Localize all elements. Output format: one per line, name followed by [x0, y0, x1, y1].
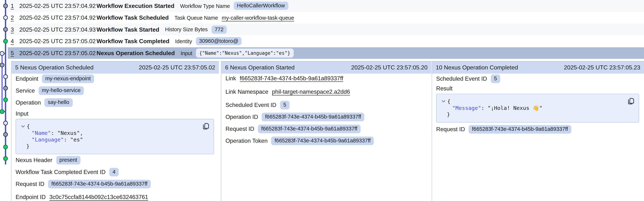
input-json-chip: {"Name":"Nexus","Language":"es"} — [196, 49, 294, 58]
panel-header: 5 Nexus Operation Scheduled 2025-02-25 U… — [12, 61, 219, 74]
panel-title: 10 Nexus Operation Completed — [436, 64, 518, 71]
event-status-dot-slate — [4, 132, 8, 136]
field-operation-id: Operation ID f665283f-743e-4374-b45b-9a6… — [226, 113, 426, 121]
panel-title: 5 Nexus Operation Scheduled — [15, 64, 94, 71]
panel-title: 6 Nexus Operation Started — [225, 64, 295, 71]
event-timestamp: 2025-02-25 UTC 23:57:05.02 — [19, 50, 96, 56]
event-group-detail: 5 Nexus Operation Scheduled 2025-02-25 U… — [11, 61, 644, 201]
panel-body: Endpoint my-nexus-endpoint Service my-he… — [12, 74, 219, 201]
summary-value-chip: 772 — [211, 25, 227, 34]
panel-timestamp: 2025-02-25 UTC 23:57:05.02 — [139, 64, 215, 71]
event-status-dot-slate — [4, 27, 8, 32]
event-name: Workflow Task Completed — [96, 38, 169, 45]
event-timestamp: 2025-02-25 UTC 23:57:05.02 — [19, 38, 96, 45]
event-summary: Task Queue Name my-caller-workflow-task-… — [174, 15, 294, 21]
chevron-down-icon[interactable] — [21, 125, 26, 128]
field-operation-token: Operation Token f665283f-743e-4374-b45b-… — [226, 136, 426, 145]
event-history-rows: 1 2025-02-25 UTC 23:57:04.92 Workflow Ex… — [8, 0, 644, 59]
endpoint-id-link[interactable]: 3c0c75ccfa8144b092c13ce632463761 — [49, 194, 148, 200]
json-brace: } — [442, 111, 634, 118]
field-link-namespace: Link Namespace phil-target-namespace2.a2… — [226, 88, 426, 95]
event-id-link[interactable]: 4 — [11, 38, 15, 45]
field-endpoint-id: Endpoint ID 3c0c75ccfa8144b092c13ce63246… — [16, 193, 214, 201]
summary-label: History Size Bytes — [165, 27, 208, 33]
json-key: "Name" — [32, 130, 51, 136]
summary-value-chip: 30960@totoro@ — [196, 37, 242, 45]
value-chip: f665283f-743e-4374-b45b-9a61a89337ff — [271, 136, 374, 145]
event-status-dot-green — [4, 156, 8, 161]
event-status-dot-light — [4, 121, 8, 125]
event-id-link[interactable]: 5 — [11, 50, 15, 56]
event-id-link[interactable]: 1 — [11, 3, 15, 9]
json-brace: { — [27, 123, 30, 130]
event-status-dot-slate — [4, 4, 8, 8]
json-key: "Language" — [32, 136, 64, 143]
workflow-history-view: 1 2025-02-25 UTC 23:57:04.92 Workflow Ex… — [0, 0, 644, 201]
event-timestamp: 2025-02-25 UTC 23:57:04.93 — [19, 26, 96, 33]
field-request-id: Request ID f665283f-743e-4374-b45b-9a61a… — [436, 125, 639, 134]
copy-icon[interactable] — [203, 123, 209, 129]
field-nexus-header: Nexus Header present — [16, 156, 214, 164]
event-row-3[interactable]: 3 2025-02-25 UTC 23:57:04.93 Workflow Ta… — [8, 24, 644, 35]
value-chip: my-nexus-endpoint — [42, 74, 94, 83]
event-row-1[interactable]: 1 2025-02-25 UTC 23:57:04.92 Workflow Ex… — [8, 0, 644, 12]
value-chip: f665283f-743e-4374-b45b-9a61a89337ff — [48, 180, 151, 188]
event-status-dot-green — [4, 98, 8, 102]
value-chip: 5 — [490, 74, 500, 83]
json-value: : "Nexus", — [51, 130, 83, 136]
chevron-down-icon[interactable] — [442, 100, 447, 103]
event-status-dot-light — [0, 52, 4, 56]
event-row-2[interactable]: 2 2025-02-25 UTC 23:57:04.92 Workflow Ta… — [8, 12, 644, 24]
value-chip: f665283f-743e-4374-b45b-9a61a89337ff — [262, 113, 364, 121]
summary-label: Input — [180, 50, 192, 56]
task-queue-link[interactable]: my-caller-workflow-task-queue — [222, 15, 294, 21]
event-id-link[interactable]: 2 — [11, 14, 15, 21]
event-row-4[interactable]: 4 2025-02-25 UTC 23:57:05.02 Workflow Ta… — [8, 36, 644, 47]
value-chip: say-hello — [44, 98, 72, 107]
value-chip: f665283f-743e-4374-b45b-9a61a89337ff — [258, 125, 361, 133]
namespace-link[interactable]: phil-target-namespace2.a2dd6 — [272, 88, 350, 95]
event-status-dot-light — [4, 75, 8, 79]
field-scheduled-event-id: Scheduled Event ID 5 — [226, 101, 426, 109]
copy-icon[interactable] — [628, 98, 634, 104]
event-name: Workflow Task Started — [96, 26, 159, 33]
event-id-link[interactable]: 3 — [11, 26, 15, 33]
event-name: Workflow Execution Started — [96, 3, 174, 9]
input-label: Input — [16, 110, 214, 117]
result-label: Result — [436, 85, 639, 92]
event-status-dot-light — [4, 16, 8, 20]
panel-nexus-operation-scheduled: 5 Nexus Operation Scheduled 2025-02-25 U… — [11, 61, 219, 201]
field-wft-completed-event-id: Workflow Task Completed Event ID 4 — [16, 168, 214, 176]
event-status-dot-slate — [4, 86, 8, 90]
event-timestamp: 2025-02-25 UTC 23:57:04.92 — [19, 14, 96, 21]
workflow-link[interactable]: f665283f-743e-4374-b45b-9a61a89337ff — [240, 75, 343, 81]
json-brace: } — [21, 143, 208, 150]
panel-timestamp: 2025-02-25 UTC 23:57:05.20 — [351, 64, 428, 71]
event-status-dot-green — [0, 109, 4, 114]
event-name: Workflow Task Scheduled — [96, 14, 169, 21]
event-name: Nexus Operation Scheduled — [96, 50, 175, 56]
summary-label: Identity — [175, 38, 192, 45]
panel-body: Scheduled Event ID 5 Result { "Message":… — [432, 74, 644, 201]
field-endpoint: Endpoint my-nexus-endpoint — [16, 74, 214, 83]
event-row-5-selected[interactable]: 5 2025-02-25 UTC 23:57:05.02 Nexus Opera… — [8, 47, 644, 59]
event-summary: Identity 30960@totoro@ — [175, 37, 242, 45]
value-chip: my-hello-service — [38, 86, 84, 95]
panel-timestamp: 2025-02-25 UTC 23:57:05.23 — [564, 64, 640, 71]
panel-nexus-operation-started: 6 Nexus Operation Started 2025-02-25 UTC… — [221, 61, 431, 201]
field-link: Link f665283f-743e-4374-b45b-9a61a89337f… — [226, 74, 426, 82]
field-request-id: Request ID f665283f-743e-4374-b45b-9a61a… — [16, 180, 214, 188]
value-chip: 4 — [109, 168, 119, 176]
event-timestamp: 2025-02-25 UTC 23:57:04.92 — [19, 3, 96, 9]
value-chip: 5 — [280, 101, 290, 109]
event-status-dot-green — [4, 39, 8, 43]
summary-label: Task Queue Name — [174, 15, 218, 21]
field-operation: Operation say-hello — [16, 98, 214, 107]
event-status-dot-green — [4, 145, 8, 149]
panel-nexus-operation-completed: 10 Nexus Operation Completed 2025-02-25 … — [432, 61, 644, 201]
summary-label: Workflow Type Name — [180, 3, 230, 9]
result-json-block: { "Message": "¡Hola! Nexus 👋" } — [436, 94, 639, 123]
field-scheduled-event-id: Scheduled Event ID 5 — [436, 74, 639, 83]
field-service: Service my-hello-service — [16, 86, 214, 95]
event-summary: History Size Bytes 772 — [165, 25, 227, 34]
